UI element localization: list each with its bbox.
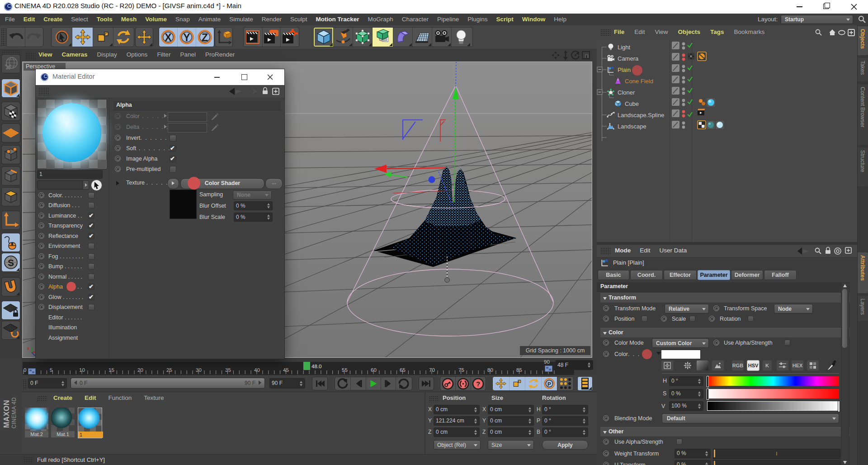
svg-text:5: 5 — [50, 367, 52, 373]
svg-text:X: X — [165, 32, 172, 43]
svg-text:15: 15 — [108, 367, 114, 373]
svg-text:0: 0 — [24, 367, 26, 373]
svg-text:?: ? — [476, 380, 480, 388]
svg-text:48.0: 48.0 — [311, 364, 321, 369]
svg-text:S: S — [8, 257, 14, 268]
svg-text:Z: Z — [202, 32, 208, 43]
svg-text:x: x — [27, 346, 29, 351]
svg-text:35: 35 — [225, 367, 231, 373]
svg-text:Y: Y — [183, 32, 190, 43]
svg-text:P: P — [547, 381, 551, 387]
svg-text:75: 75 — [458, 367, 464, 373]
svg-text:55: 55 — [342, 367, 348, 373]
